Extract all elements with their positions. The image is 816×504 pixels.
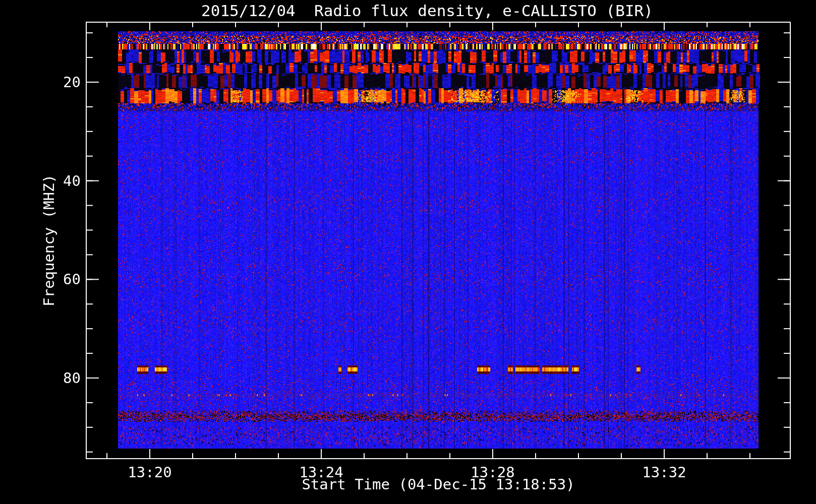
spectrogram-plot: 2015/12/04 Radio flux density, e-CALLIST… — [0, 0, 816, 504]
y-tick-label: 20 — [35, 74, 81, 91]
x-tick-label: 13:20 — [128, 464, 171, 481]
chart-title: 2015/12/04 Radio flux density, e-CALLIST… — [201, 2, 653, 20]
x-tick-label: 13:32 — [642, 464, 686, 481]
y-tick-label: 80 — [35, 369, 81, 387]
y-tick-label: 40 — [35, 172, 81, 190]
x-tick-label: 13:24 — [299, 464, 343, 481]
spectrogram-canvas — [0, 0, 816, 504]
x-tick-label: 13:28 — [471, 464, 514, 481]
y-tick-label: 60 — [35, 271, 81, 288]
